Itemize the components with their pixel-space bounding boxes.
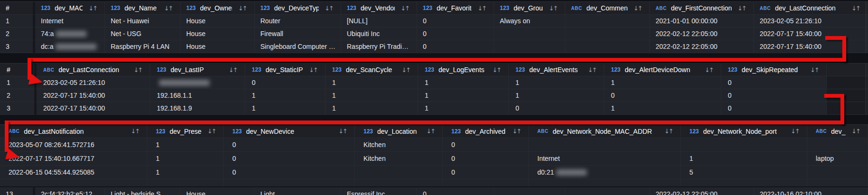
number-field-type-icon: 123	[423, 5, 432, 11]
column-header-dev_LogEvents[interactable]: 123dev_LogEvents↓↑	[418, 64, 509, 76]
number-field-type-icon: 123	[500, 5, 509, 11]
table-cell	[224, 179, 355, 186]
sort-arrows-icon[interactable]: ↓↑	[804, 66, 822, 74]
number-field-type-icon: 123	[425, 66, 434, 73]
sort-arrows-icon[interactable]: ↓↑	[232, 5, 250, 12]
string-field-type-icon: ABC	[537, 129, 548, 134]
sort-arrows-icon[interactable]: ↓↑	[506, 128, 525, 135]
column-header-#[interactable]: #	[0, 2, 35, 15]
number-field-type-icon: 123	[111, 5, 120, 11]
column-header-dev_LastConnection[interactable]: ABCdev_LastConnection↓↑	[37, 64, 150, 76]
number-field-type-icon: 123	[232, 128, 242, 135]
table-cell: 0	[245, 76, 325, 89]
table-cell: 2022-07-17 15:40:00	[37, 102, 150, 115]
sort-arrows-icon[interactable]: ↓↑	[319, 5, 337, 12]
redacted-text-blur	[56, 31, 86, 37]
table-cell: 1	[681, 152, 807, 166]
column-header-dev_LastConnection[interactable]: ABCdev_LastConnection↓↑	[754, 2, 868, 15]
sort-arrows-icon[interactable]: ↓↑	[846, 128, 864, 135]
sort-arrows-icon[interactable]: ↓↑	[223, 66, 241, 74]
column-header-dev_LastIP[interactable]: 123dev_LastIP↓↑	[150, 64, 245, 76]
column-header-dev_PresentLastScan[interactable]: 123dev_PresentLastScan↓↑	[147, 125, 224, 138]
sort-arrows-icon[interactable]: ↓↑	[201, 128, 219, 135]
sort-arrows-icon[interactable]: ↓↑	[732, 5, 750, 12]
column-header-dev_NewDevice[interactable]: 123dev_NewDevice↓↑	[224, 125, 355, 138]
table-cell: Raspberry Pi Tradi…	[341, 40, 417, 53]
column-header-dev_LastNotification[interactable]: ABCdev_LastNotification↓↑	[0, 125, 147, 138]
string-field-type-icon: ABC	[43, 67, 54, 73]
table-cell: 1	[604, 102, 721, 115]
table-cell: 0	[224, 138, 355, 152]
column-header-dev_Network_Node_port[interactable]: 123dev_Network_Node_port↓↑	[681, 125, 807, 138]
table-cell: 1	[325, 102, 418, 115]
sort-arrows-icon[interactable]: ↓↑	[699, 66, 717, 74]
column-header-dev_AlertEvents[interactable]: 123dev_AlertEvents↓↑	[509, 64, 604, 76]
column-header-dev_ScanCycle[interactable]: 123dev_ScanCycle↓↑	[325, 64, 418, 76]
table-cell	[565, 40, 650, 53]
column-header-dev_FirstConnection[interactable]: ABCdev_FirstConnection↓↑	[650, 2, 754, 15]
column-header-dev_DeviceType[interactable]: 123dev_DeviceType↓↑	[255, 2, 341, 15]
table-row: 12023-02-05 21:26:10011110	[0, 76, 868, 89]
sort-arrows-icon[interactable]: ↓↑	[395, 5, 413, 12]
string-field-type-icon: ABC	[9, 129, 19, 134]
column-header-dev_Owner[interactable]: 123dev_Owner↓↑	[181, 2, 255, 15]
sort-arrows-icon[interactable]: ↓↑	[303, 66, 321, 74]
table-cell: Light	[255, 187, 341, 195]
table-cell: Kitchen	[355, 138, 443, 152]
sort-arrows-icon[interactable]: ↓↑	[628, 5, 646, 12]
number-field-type-icon: 123	[156, 128, 165, 135]
column-header-dev_AlertDeviceDown[interactable]: 123dev_AlertDeviceDown↓↑	[604, 64, 721, 76]
sort-arrows-icon[interactable]: ↓↑	[420, 128, 439, 135]
sort-arrows-icon[interactable]: ↓↑	[83, 5, 101, 12]
column-header-dev_Group[interactable]: 123dev_Group↓↑	[494, 2, 565, 15]
column-header-dev_StaticIP[interactable]: 123dev_StaticIP↓↑	[245, 64, 325, 76]
column-header-dev_Icon[interactable]: ABCdev_Icon↓↑	[807, 125, 868, 138]
column-label: dev_ScanCycle	[346, 66, 392, 74]
sort-arrows-icon[interactable]: ↓↑	[582, 66, 600, 74]
table-cell: 2c:f4:32:b2:e5:12	[35, 187, 105, 195]
column-header-dev_Name[interactable]: 123dev_Name↓↑	[105, 2, 181, 15]
number-field-type-icon: 123	[363, 128, 373, 135]
table-row: 1InternetNet - HuaweiHouseRouter[NULL]0A…	[0, 15, 868, 28]
sort-arrows-icon[interactable]: ↓↑	[333, 128, 351, 135]
sort-arrows-icon[interactable]: ↓↑	[846, 5, 864, 12]
sort-arrows-icon[interactable]: ↓↑	[396, 66, 414, 74]
table-cell	[565, 15, 650, 28]
column-header-dev_SkipRepeated[interactable]: 123dev_SkipRepeated↓↑	[721, 64, 827, 76]
table-cell: House	[181, 187, 255, 195]
number-field-type-icon: 123	[186, 5, 196, 11]
sort-arrows-icon[interactable]: ↓↑	[128, 66, 146, 74]
annotation-line-segment	[5, 121, 844, 124]
string-field-type-icon: ABC	[656, 6, 667, 11]
sort-arrows-icon[interactable]: ↓↑	[158, 5, 176, 12]
sort-arrows-icon[interactable]: ↓↑	[658, 128, 677, 135]
column-header-dev_Location[interactable]: 123dev_Location↓↑	[355, 125, 443, 138]
column-label: dev_FirstConnection	[671, 4, 732, 12]
sort-arrows-icon[interactable]: ↓↑	[472, 5, 490, 12]
column-header-dev_MAC[interactable]: 123dev_MAC↓↑	[35, 2, 105, 15]
column-header-dev_Comments[interactable]: ABCdev_Comments↓↑	[565, 2, 650, 15]
column-header-dev_Vendor[interactable]: 123dev_Vendor↓↑	[341, 2, 417, 15]
table-row: 2022-07-17 15:40:10.66771710Kitchen0Inte…	[0, 152, 868, 166]
sort-arrows-icon[interactable]: ↓↑	[486, 66, 505, 74]
column-label: dev_Name	[124, 4, 157, 12]
table-row: 2023-05-07 08:26:41.57271610Kitchen0	[0, 138, 868, 152]
table-row: 32022-07-17 15:40:00192.168.1.9111010	[0, 102, 868, 115]
column-label: dev_LastNotification	[24, 128, 84, 135]
sort-arrows-icon[interactable]: ↓↑	[543, 5, 561, 12]
table-cell: 1	[509, 89, 604, 102]
table-cell	[443, 179, 529, 186]
row-number-cell: 2	[0, 89, 37, 102]
table-row: 274:aNet - USGHouseFirewallUbiquiti Inc0…	[0, 28, 868, 40]
string-field-type-icon: ABC	[760, 6, 771, 11]
column-header-dev_Favorite[interactable]: 123dev_Favorite↓↑	[417, 2, 494, 15]
column-header-dev_Archived[interactable]: 123dev_Archived↓↑	[443, 125, 529, 138]
table-row	[0, 179, 868, 186]
column-header-dev_Network_Node_MAC_ADDR[interactable]: ABCdev_Network_Node_MAC_ADDR↓↑	[529, 125, 681, 138]
table-cell: 1	[604, 76, 721, 89]
sort-arrows-icon[interactable]: ↓↑	[125, 128, 143, 135]
header-row: #ABCdev_LastConnection↓↑123dev_LastIP↓↑1…	[0, 64, 868, 76]
sort-arrows-icon[interactable]: ↓↑	[785, 128, 803, 135]
column-label: dev_Comments	[586, 4, 628, 12]
number-field-type-icon: 123	[689, 128, 699, 135]
